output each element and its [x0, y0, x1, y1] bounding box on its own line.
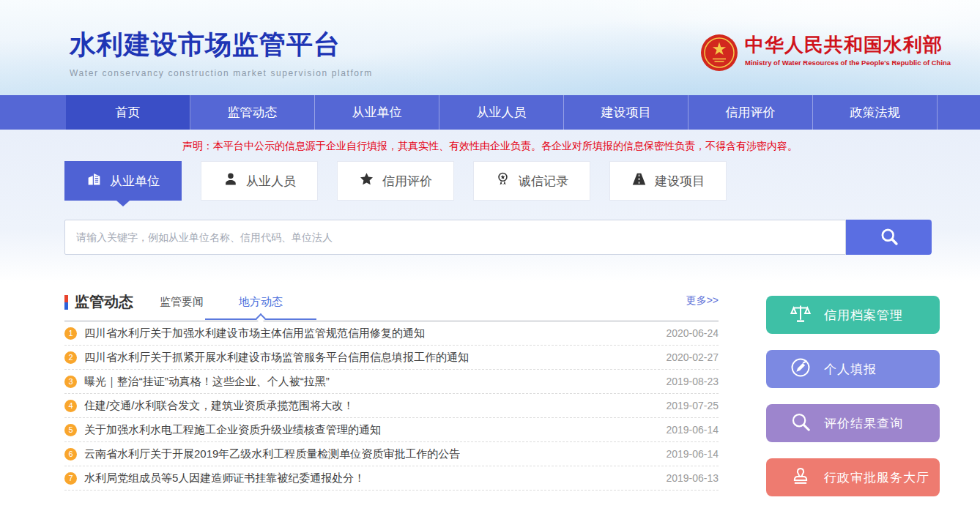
news-item-number: 6 — [64, 448, 77, 461]
search-input[interactable] — [64, 220, 846, 255]
pen-icon — [790, 357, 812, 382]
tab-label: 从业单位 — [110, 173, 160, 190]
news-item-title[interactable]: 水利局党组成员等5人因建造师证书挂靠被纪委通报处分！ — [84, 471, 365, 485]
nav-item-construction-projects[interactable]: 建设项目 — [564, 95, 688, 130]
news-item-title[interactable]: 关于加强水利水电工程施工企业资质升级业绩核查管理的通知 — [84, 423, 381, 437]
quick-link-admin-approval-hall[interactable]: 行政审批服务大厅 — [766, 458, 940, 496]
main-content: 监管动态 监管要闻 地方动态 更多>> 1 四川省水利厅关于加强水利建设市场主体… — [0, 282, 980, 522]
news-item-title[interactable]: 曝光｜整治“挂证”动真格！这些企业、个人被“拉黑” — [84, 375, 330, 389]
quick-link-personal-report[interactable]: 个人填报 — [766, 350, 940, 388]
news-item-date: 2019-08-23 — [651, 376, 719, 387]
news-item-number: 2 — [64, 351, 77, 364]
nav-item-policies[interactable]: 政策法规 — [813, 95, 938, 130]
news-item-date: 2020-02-27 — [651, 351, 719, 363]
nav-item-supervision-news[interactable]: 监管动态 — [190, 95, 315, 130]
site-header: 水利建设市场监管平台 Water conservancy constructio… — [0, 0, 980, 95]
tab-label: 从业人员 — [246, 173, 296, 190]
ministry-name-en: Ministry of Water Resources of the Peopl… — [745, 59, 951, 67]
disclaimer-text: 声明：本平台中公示的信息源于企业自行填报，其真实性、有效性由企业负责。各企业对所… — [0, 140, 980, 153]
news-item-date: 2020-06-24 — [651, 327, 719, 339]
nav-item-industry-personnel[interactable]: 从业人员 — [439, 95, 564, 130]
ministry-logo: 中华人民共和国水利部 Ministry of Water Resources o… — [700, 34, 951, 75]
ministry-text: 中华人民共和国水利部 Ministry of Water Resources o… — [745, 34, 951, 67]
road-icon — [631, 171, 647, 190]
quick-link-label: 行政审批服务大厅 — [824, 469, 929, 486]
ministry-name: 中华人民共和国水利部 — [745, 34, 951, 56]
site-title: 水利建设市场监管平台 — [70, 27, 373, 63]
news-item: 5 关于加强水利水电工程施工企业资质升级业绩核查管理的通知 2019-06-14 — [64, 418, 719, 442]
news-item: 6 云南省水利厅关于开展2019年乙级水利工程质量检测单位资质审批工作的公告 2… — [64, 442, 719, 466]
news-tab-headlines[interactable]: 监管要闻 — [160, 295, 204, 309]
news-item: 3 曝光｜整治“挂证”动真格！这些企业、个人被“拉黑” 2019-08-23 — [64, 370, 719, 394]
news-item-title[interactable]: 云南省水利厅关于开展2019年乙级水利工程质量检测单位资质审批工作的公告 — [84, 447, 460, 461]
news-item-number: 1 — [64, 327, 77, 340]
news-item-number: 5 — [64, 424, 77, 436]
nav-item-industry-units[interactable]: 从业单位 — [315, 95, 439, 130]
news-item-title[interactable]: 四川省水利厅关于加强水利建设市场主体信用监管规范信用修复的通知 — [84, 327, 425, 340]
news-item-number: 3 — [64, 376, 77, 388]
news-item: 4 住建/交通/水利联合发文，建筑业资质承揽范围将大改！ 2019-07-25 — [64, 394, 719, 418]
news-header: 监管动态 监管要闻 地方动态 更多>> — [64, 292, 719, 321]
news-item: 1 四川省水利厅关于加强水利建设市场主体信用监管规范信用修复的通知 2020-0… — [64, 321, 719, 346]
person-icon — [223, 171, 238, 190]
news-tab-local[interactable]: 地方动态 — [239, 295, 283, 309]
tab-industry-units[interactable]: 从业单位 — [64, 161, 182, 201]
tab-label: 信用评价 — [382, 173, 432, 190]
search-icon — [879, 226, 899, 249]
quick-link-label: 信用档案管理 — [824, 307, 903, 324]
tab-label: 诚信记录 — [519, 173, 568, 190]
news-item-date: 2019-07-25 — [651, 400, 719, 411]
more-link[interactable]: 更多>> — [686, 294, 719, 307]
main-nav: 首页 监管动态 从业单位 从业人员 建设项目 信用评价 政策法规 — [0, 95, 980, 130]
news-item-title[interactable]: 住建/交通/水利联合发文，建筑业资质承揽范围将大改！ — [84, 399, 354, 413]
scales-icon — [790, 302, 812, 328]
tab-construction-projects[interactable]: 建设项目 — [609, 161, 727, 201]
quick-link-label: 个人填报 — [824, 361, 877, 378]
news-item-title[interactable]: 四川省水利厅关于抓紧开展水利建设市场监管服务平台信用信息填报工作的通知 — [84, 351, 469, 365]
stamp-icon — [790, 465, 812, 491]
national-emblem-icon — [700, 34, 738, 75]
search-section: 声明：本平台中公示的信息源于企业自行填报，其真实性、有效性由企业负责。各企业对所… — [0, 130, 980, 282]
news-item-date: 2019-06-13 — [651, 472, 719, 484]
magnifier-icon — [790, 411, 812, 436]
search-button[interactable] — [846, 220, 932, 255]
medal-icon — [495, 171, 511, 190]
quick-links: 信用档案管理 个人填报 评价结果查询 — [766, 296, 940, 512]
main-nav-items: 首页 监管动态 从业单位 从业人员 建设项目 信用评价 政策法规 — [66, 95, 980, 130]
nav-item-credit-rating[interactable]: 信用评价 — [688, 95, 813, 130]
tab-credit-rating[interactable]: 信用评价 — [337, 161, 454, 201]
news-section: 监管动态 监管要闻 地方动态 更多>> 1 四川省水利厅关于加强水利建设市场主体… — [64, 292, 719, 491]
quick-link-credit-archive[interactable]: 信用档案管理 — [766, 296, 940, 334]
tab-integrity-records[interactable]: 诚信记录 — [473, 161, 590, 201]
news-item-date: 2019-06-14 — [651, 448, 719, 460]
news-item-date: 2019-06-14 — [651, 424, 719, 436]
star-icon — [359, 171, 374, 190]
nav-item-home[interactable]: 首页 — [66, 95, 190, 130]
search-category-tabs: 从业单位 从业人员 信用评价 诚信记录 建设项目 — [64, 161, 727, 201]
quick-link-evaluation-query[interactable]: 评价结果查询 — [766, 404, 940, 442]
search-bar — [64, 220, 932, 255]
news-item: 7 水利局党组成员等5人因建造师证书挂靠被纪委通报处分！ 2019-06-13 — [64, 466, 719, 491]
news-section-title: 监管动态 — [75, 292, 133, 312]
site-subtitle: Water conservancy construction market su… — [70, 68, 373, 78]
section-marker-icon — [64, 295, 68, 310]
news-list: 1 四川省水利厅关于加强水利建设市场主体信用监管规范信用修复的通知 2020-0… — [64, 321, 719, 491]
tab-industry-personnel[interactable]: 从业人员 — [201, 161, 318, 201]
news-item-number: 7 — [64, 472, 77, 485]
building-icon — [86, 171, 102, 190]
news-item-number: 4 — [64, 400, 77, 412]
quick-link-label: 评价结果查询 — [824, 415, 903, 432]
tab-label: 建设项目 — [655, 173, 705, 190]
news-item: 2 四川省水利厅关于抓紧开展水利建设市场监管服务平台信用信息填报工作的通知 20… — [64, 346, 719, 370]
site-brand: 水利建设市场监管平台 Water conservancy constructio… — [70, 27, 373, 78]
